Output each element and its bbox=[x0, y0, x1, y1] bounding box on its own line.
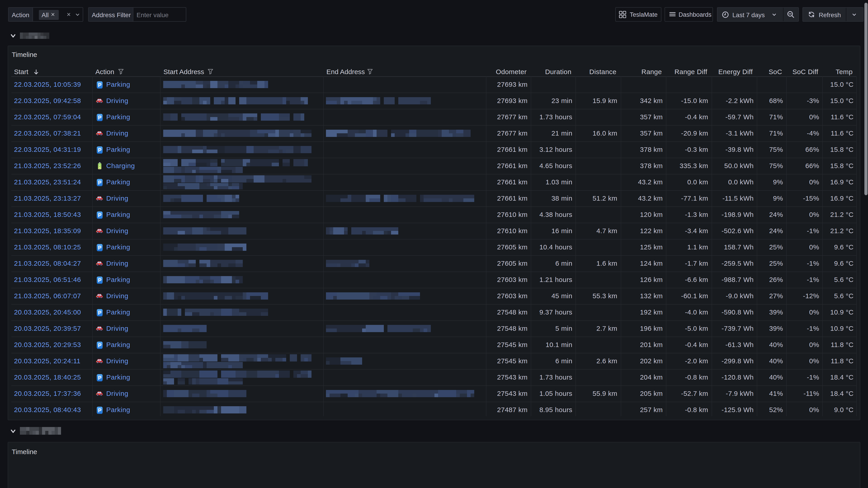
svg-text:P: P bbox=[98, 245, 101, 251]
svg-text:P: P bbox=[98, 278, 101, 283]
svg-text:P: P bbox=[98, 310, 101, 316]
svg-text:P: P bbox=[98, 408, 101, 414]
svg-text:P: P bbox=[98, 213, 101, 218]
svg-text:P: P bbox=[98, 147, 101, 153]
svg-text:P: P bbox=[98, 115, 101, 121]
svg-text:P: P bbox=[98, 82, 101, 88]
svg-text:P: P bbox=[98, 375, 101, 381]
svg-text:P: P bbox=[98, 343, 101, 348]
svg-text:P: P bbox=[98, 180, 101, 186]
